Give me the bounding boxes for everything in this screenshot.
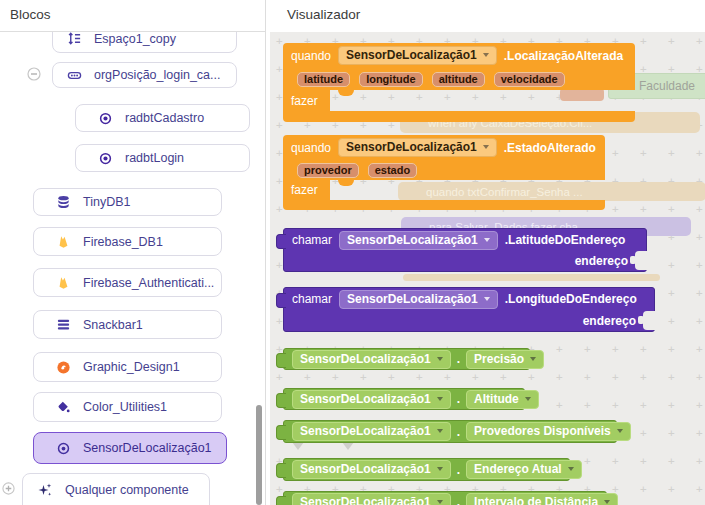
getter-block-provedores-disponiveis[interactable]: SensorDeLocalização1 . Provedores Dispon…	[283, 420, 617, 443]
dot-separator: .	[457, 463, 460, 477]
output-plug	[276, 393, 286, 408]
component-dropdown[interactable]: SensorDeLocalização1	[339, 290, 498, 309]
block-keyword: quando	[291, 141, 331, 155]
getter-block-endereco-atual[interactable]: SensorDeLocalização1 . Endereço Atual	[283, 458, 570, 481]
event-param[interactable]: estado	[368, 163, 417, 178]
sidebar-item-firebase-authentication[interactable]: Firebase_Authenticati...	[33, 268, 222, 297]
component-dropdown[interactable]: SensorDeLocalização1	[292, 493, 451, 505]
graphic-design-icon	[56, 360, 71, 375]
event-block-localizacao-alterada[interactable]: quando SensorDeLocalização1 .Localização…	[283, 43, 635, 122]
event-param[interactable]: latitude	[297, 72, 350, 87]
chevron-down-icon	[483, 53, 489, 57]
arg-label: endereço	[583, 314, 636, 328]
property-dropdown[interactable]: Precisão	[466, 350, 544, 369]
output-plug	[276, 234, 286, 249]
property-name: Intervalo de Distância	[474, 495, 598, 505]
component-dropdown[interactable]: SensorDeLocalização1	[338, 138, 497, 157]
event-param[interactable]: longitude	[359, 72, 423, 87]
event-name: .LocalizaçãoAlterada	[504, 49, 623, 63]
component-name: SensorDeLocalização1	[347, 292, 478, 306]
sidebar-item-label: Qualquer componente	[65, 483, 189, 497]
chevron-down-icon	[568, 467, 574, 471]
output-plug	[276, 425, 286, 440]
sidebar-item-snackbar1[interactable]: Snackbar1	[33, 310, 222, 339]
getter-block-precisao[interactable]: SensorDeLocalização1 . Precisão	[283, 348, 530, 370]
getter-block-altitude[interactable]: SensorDeLocalização1 . Altitude	[283, 388, 525, 410]
dot-separator: .	[457, 425, 460, 439]
method-block-longitude-do-endereco[interactable]: chamar SensorDeLocalização1 .LongitudeDo…	[283, 287, 655, 332]
firebase-icon	[56, 234, 71, 249]
event-param[interactable]: velocidade	[494, 72, 565, 87]
property-name: Precisão	[474, 352, 524, 366]
component-dropdown[interactable]: SensorDeLocalização1	[338, 46, 497, 65]
viewer-panel-header: Visualizador	[270, 0, 705, 31]
component-dropdown[interactable]: SensorDeLocalização1	[292, 422, 451, 441]
method-block-latitude-do-endereco[interactable]: chamar SensorDeLocalização1 .LatitudeDoE…	[283, 228, 647, 272]
sidebar-item-label: orgPosição_login_ca...	[94, 68, 220, 82]
chevron-down-icon	[437, 467, 443, 471]
spacing-icon	[67, 31, 82, 46]
sidebar-item-label: Espaço1_copy	[94, 32, 176, 46]
output-plug	[276, 353, 286, 368]
chevron-down-icon	[437, 357, 443, 361]
sidebar-item-firebase-db1[interactable]: Firebase_DB1	[33, 227, 222, 256]
property-dropdown[interactable]: Endereço Atual	[466, 460, 582, 479]
chevron-down-icon	[483, 145, 489, 149]
block-keyword: quando	[291, 49, 331, 63]
sidebar-item-qualquer-componente[interactable]: Qualquer componente	[22, 473, 210, 505]
blocks-sidebar: Espaço1_copy orgPosição_login_ca... radb…	[0, 0, 266, 505]
output-plug	[276, 463, 286, 478]
blocks-workspace[interactable]: ++++++++++++++++++++++++++++++++++++++++…	[270, 32, 705, 505]
chevron-down-icon	[437, 500, 443, 504]
ghost-block-label: Faculdade	[639, 79, 695, 93]
value-input-socket[interactable]	[643, 311, 655, 330]
chevron-down-icon	[525, 397, 531, 401]
sidebar-scrollbar[interactable]	[256, 405, 262, 505]
sidebar-item-radbtlogin[interactable]: radbtLogin	[75, 144, 250, 172]
do-label: fazer	[291, 183, 318, 197]
ghost-collapse-arrow-icon	[342, 442, 354, 450]
app-inventor-blocks-editor: { "header": { "left_title": "Blocos", "r…	[0, 0, 705, 505]
property-name: Altitude	[474, 392, 519, 406]
component-name: SensorDeLocalização1	[300, 424, 431, 438]
sidebar-item-sensordelocalizacao1[interactable]: SensorDeLocalização1	[33, 432, 227, 464]
chevron-down-icon	[484, 238, 490, 242]
radio-button-icon	[98, 151, 113, 166]
component-dropdown[interactable]: SensorDeLocalização1	[339, 231, 498, 250]
property-dropdown[interactable]: Altitude	[466, 390, 539, 409]
event-param[interactable]: provedor	[297, 163, 359, 178]
sidebar-item-graphic-design1[interactable]: Graphic_Design1	[33, 352, 222, 382]
blocks-panel-title: Blocos	[10, 7, 51, 22]
component-dropdown[interactable]: SensorDeLocalização1	[292, 390, 451, 409]
sidebar-item-label: radbtCadastro	[125, 111, 204, 125]
collapse-minus-icon[interactable]	[27, 67, 41, 85]
component-dropdown[interactable]: SensorDeLocalização1	[292, 460, 451, 479]
sidebar-item-label: radbtLogin	[125, 151, 184, 165]
statement-notch	[338, 90, 354, 96]
getter-block-intervalo-de-distancia[interactable]: SensorDeLocalização1 . Intervalo de Dist…	[283, 491, 607, 505]
sidebar-item-color-utilities1[interactable]: Color_Utilities1	[33, 392, 222, 422]
method-name: .LatitudeDoEndereço	[505, 233, 626, 247]
chevron-down-icon	[437, 397, 443, 401]
component-name: SensorDeLocalização1	[300, 462, 431, 476]
sidebar-item-tinydb1[interactable]: TinyDB1	[33, 188, 222, 216]
expand-plus-icon[interactable]	[2, 481, 15, 499]
sidebar-item-orgposicao-login[interactable]: orgPosição_login_ca...	[52, 62, 237, 88]
block-keyword: chamar	[292, 233, 332, 247]
sidebar-item-label: Color_Utilities1	[83, 400, 167, 414]
component-name: SensorDeLocalização1	[347, 233, 478, 247]
property-dropdown[interactable]: Intervalo de Distância	[466, 493, 618, 505]
component-dropdown[interactable]: SensorDeLocalização1	[292, 350, 451, 369]
chevron-down-icon	[437, 429, 443, 433]
event-block-estado-alterado[interactable]: quando SensorDeLocalização1 .EstadoAlter…	[283, 135, 605, 210]
sidebar-item-radbtcadastro[interactable]: radbtCadastro	[75, 104, 250, 132]
property-dropdown[interactable]: Provedores Disponíveis	[466, 422, 631, 441]
block-keyword: chamar	[292, 292, 332, 306]
firebase-icon	[56, 275, 71, 290]
value-input-socket[interactable]	[635, 251, 647, 270]
chevron-down-icon	[530, 357, 536, 361]
statement-notch	[338, 180, 354, 186]
event-param[interactable]: altitude	[432, 72, 485, 87]
sidebar-item-label: Firebase_Authenticati...	[83, 276, 214, 290]
ghost-block-sliver	[403, 274, 660, 281]
